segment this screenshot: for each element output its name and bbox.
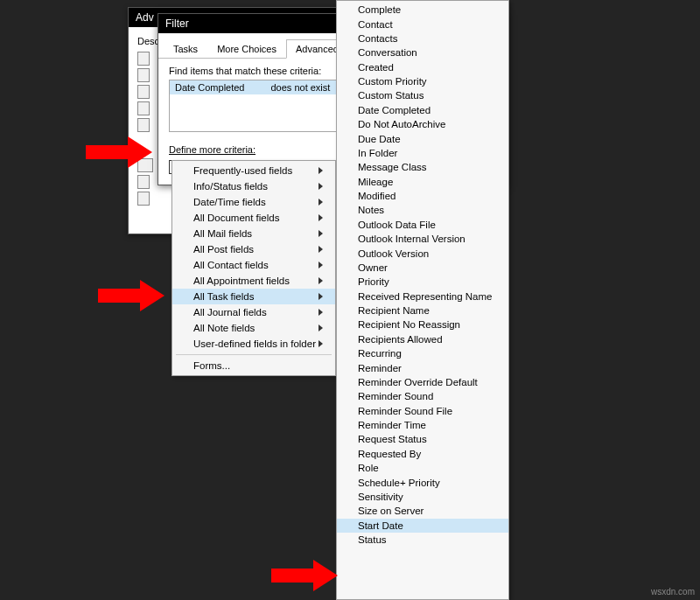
menu-item-label: Notes (358, 205, 384, 215)
menu-item-label: Outlook Data File (358, 220, 436, 230)
field-category-item[interactable]: All Note fields (172, 320, 335, 336)
menu-item-label: Sensitivity (358, 492, 403, 502)
task-fields-menu: CompleteContactContactsConversationCreat… (336, 0, 509, 600)
task-field-item[interactable]: Recipients Allowed (337, 332, 508, 346)
task-field-item[interactable]: Recipient No Reassign (337, 317, 508, 331)
task-field-item[interactable]: Role (337, 461, 508, 475)
menu-item-label: All Note fields (193, 323, 255, 333)
tab-more-choices[interactable]: More Choices (207, 39, 286, 59)
menu-item-label: Requested By (358, 449, 421, 459)
task-field-item[interactable]: Reminder Sound (337, 389, 508, 403)
task-field-item[interactable]: In Folder (337, 146, 508, 160)
task-field-item[interactable]: Mileage (337, 175, 508, 189)
menu-item-label: User-defined fields in folder (193, 338, 316, 349)
field-category-item[interactable]: All Appointment fields (172, 273, 335, 289)
task-field-item[interactable]: Date Completed (337, 103, 508, 117)
task-field-item[interactable]: Due Date (337, 131, 508, 145)
chevron-right-icon (318, 167, 323, 174)
task-field-item[interactable]: Start Date (337, 519, 508, 533)
setting-button-4[interactable] (137, 101, 150, 115)
menu-item-label: All Task fields (193, 291, 254, 302)
task-field-item[interactable]: Sensitivity (337, 490, 508, 504)
setting-button-1[interactable] (137, 52, 150, 66)
dialog-title: Adv (136, 11, 154, 24)
task-field-item[interactable]: Status (337, 533, 508, 547)
menu-item-label: Forms... (193, 360, 230, 371)
menu-item-label: All Document fields (193, 213, 279, 223)
field-category-item[interactable]: All Post fields (172, 241, 335, 257)
task-field-item[interactable]: Recipient Name (337, 303, 508, 317)
task-field-item[interactable]: Complete (337, 3, 508, 17)
field-category-item[interactable]: Frequently-used fields (172, 163, 335, 178)
field-category-item[interactable]: User-defined fields in folder (172, 336, 335, 352)
criteria-field: Date Completed (175, 82, 245, 93)
menu-item-label: Owner (358, 262, 388, 273)
task-field-item[interactable]: Modified (337, 189, 508, 203)
setting-button-7[interactable] (137, 192, 150, 206)
task-field-item[interactable]: Custom Status (337, 88, 508, 102)
field-category-item[interactable]: All Mail fields (172, 226, 335, 241)
field-category-item[interactable]: All Contact fields (172, 257, 335, 273)
chevron-right-icon (318, 262, 323, 269)
field-category-item[interactable]: All Document fields (172, 210, 335, 226)
menu-item-label: Outlook Internal Version (358, 234, 466, 244)
menu-item-label: Role (358, 463, 379, 473)
field-category-item[interactable]: All Task fields (172, 289, 335, 304)
setting-button-5[interactable] (137, 118, 150, 132)
task-field-item[interactable]: Contact (337, 17, 508, 31)
menu-item-label: Date/Time fields (193, 197, 266, 207)
task-field-item[interactable]: Outlook Data File (337, 218, 508, 232)
chevron-right-icon (318, 324, 323, 331)
menu-item-label: Custom Status (358, 90, 424, 101)
chevron-right-icon (318, 293, 323, 300)
task-field-item[interactable]: Outlook Internal Version (337, 232, 508, 246)
watermark: wsxdn.com (651, 587, 695, 597)
task-field-item[interactable]: Schedule+ Priority (337, 475, 508, 489)
setting-button-2[interactable] (137, 68, 150, 82)
task-field-item[interactable]: Do Not AutoArchive (337, 117, 508, 131)
menu-item-label: All Appointment fields (193, 276, 290, 286)
field-category-item[interactable]: All Journal fields (172, 304, 335, 320)
task-field-item[interactable]: Received Representing Name (337, 290, 508, 303)
task-field-item[interactable]: Contacts (337, 31, 508, 45)
task-field-item[interactable]: Reminder (337, 360, 508, 374)
task-field-item[interactable]: Created (337, 60, 508, 74)
menu-item-label: Due Date (358, 134, 401, 144)
menu-item-label: Schedule+ Priority (358, 478, 440, 488)
task-field-item[interactable]: Reminder Sound File (337, 404, 508, 418)
task-field-item[interactable]: Priority (337, 275, 508, 289)
menu-item-label: Contacts (358, 33, 397, 44)
tab-tasks[interactable]: Tasks (164, 39, 207, 59)
task-field-item[interactable]: Conversation (337, 45, 508, 59)
menu-item-label: Info/Status fields (193, 181, 268, 192)
chevron-right-icon (318, 214, 323, 221)
menu-item-label: Reminder Override Default (358, 377, 478, 387)
menu-item-label: Reminder Sound (358, 391, 433, 401)
field-category-item[interactable]: Info/Status fields (172, 178, 335, 194)
menu-item-label: All Post fields (193, 244, 254, 255)
task-field-item[interactable]: Recurring (337, 346, 508, 360)
chevron-right-icon (318, 340, 323, 347)
menu-item-label: Recurring (358, 348, 402, 359)
task-field-item[interactable]: Custom Priority (337, 74, 508, 88)
task-field-item[interactable]: Reminder Override Default (337, 375, 508, 389)
task-field-item[interactable]: Reminder Time (337, 418, 508, 432)
menu-item-label: All Contact fields (193, 260, 269, 270)
setting-button-6[interactable] (137, 175, 150, 189)
task-field-item[interactable]: Size on Server (337, 504, 508, 518)
task-field-item[interactable]: Message Class (337, 160, 508, 174)
task-field-item[interactable]: Outlook Version (337, 246, 508, 260)
field-category-item[interactable]: Date/Time fields (172, 194, 335, 210)
task-field-item[interactable]: Notes (337, 203, 508, 217)
task-field-item[interactable]: Request Status (337, 432, 508, 446)
menu-item-label: Priority (358, 276, 389, 287)
forms-item[interactable]: Forms... (172, 358, 335, 373)
menu-item-label: Modified (358, 191, 396, 201)
chevron-right-icon (318, 309, 323, 316)
menu-item-label: Complete (358, 4, 401, 15)
task-field-item[interactable]: Requested By (337, 447, 508, 461)
menu-item-label: Reminder Sound File (358, 406, 452, 416)
setting-button-3[interactable] (137, 85, 150, 99)
field-categories-menu: Frequently-used fieldsInfo/Status fields… (172, 160, 336, 376)
task-field-item[interactable]: Owner (337, 261, 508, 275)
